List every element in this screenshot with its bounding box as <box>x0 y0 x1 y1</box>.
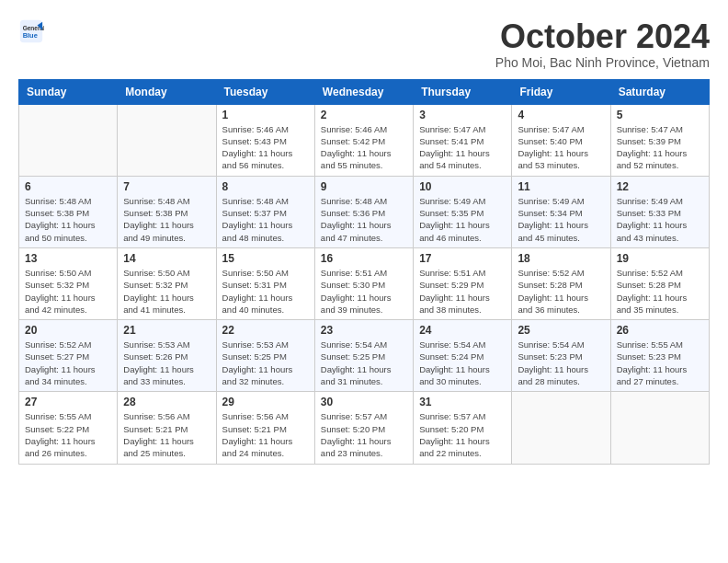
logo-icon: General Blue <box>18 18 44 44</box>
calendar-cell: 19Sunrise: 5:52 AM Sunset: 5:28 PM Dayli… <box>610 247 709 319</box>
calendar-cell: 25Sunrise: 5:54 AM Sunset: 5:23 PM Dayli… <box>512 320 610 392</box>
day-number: 9 <box>321 180 407 193</box>
day-number: 31 <box>419 396 506 408</box>
calendar-cell: 31Sunrise: 5:57 AM Sunset: 5:20 PM Dayli… <box>414 392 512 464</box>
logo: General Blue <box>18 18 44 44</box>
calendar-cell <box>610 392 709 464</box>
calendar-week-5: 27Sunrise: 5:55 AM Sunset: 5:22 PM Dayli… <box>19 392 710 464</box>
calendar-cell: 2Sunrise: 5:46 AM Sunset: 5:42 PM Daylig… <box>314 104 413 176</box>
calendar-cell: 14Sunrise: 5:50 AM Sunset: 5:32 PM Dayli… <box>118 247 216 319</box>
calendar-cell: 8Sunrise: 5:48 AM Sunset: 5:37 PM Daylig… <box>216 176 314 247</box>
calendar-cell <box>512 392 610 464</box>
calendar-cell: 21Sunrise: 5:53 AM Sunset: 5:26 PM Dayli… <box>118 320 216 392</box>
calendar-cell: 4Sunrise: 5:47 AM Sunset: 5:40 PM Daylig… <box>512 104 610 176</box>
calendar-cell: 27Sunrise: 5:55 AM Sunset: 5:22 PM Dayli… <box>19 392 118 464</box>
day-info: Sunrise: 5:46 AM Sunset: 5:43 PM Dayligh… <box>222 123 309 172</box>
day-number: 15 <box>222 252 309 265</box>
day-info: Sunrise: 5:54 AM Sunset: 5:24 PM Dayligh… <box>419 339 506 387</box>
svg-text:Blue: Blue <box>23 31 38 40</box>
calendar-cell <box>118 104 216 176</box>
calendar-cell: 16Sunrise: 5:51 AM Sunset: 5:30 PM Dayli… <box>314 247 413 319</box>
weekday-header-friday: Friday <box>512 79 610 104</box>
day-info: Sunrise: 5:56 AM Sunset: 5:21 PM Dayligh… <box>222 410 309 459</box>
weekday-header-tuesday: Tuesday <box>216 79 314 104</box>
calendar-cell: 9Sunrise: 5:48 AM Sunset: 5:36 PM Daylig… <box>314 176 413 247</box>
title-section: October 2024 Pho Moi, Bac Ninh Province,… <box>495 18 710 70</box>
weekday-header-monday: Monday <box>118 79 216 104</box>
day-info: Sunrise: 5:51 AM Sunset: 5:30 PM Dayligh… <box>321 267 407 316</box>
day-info: Sunrise: 5:57 AM Sunset: 5:20 PM Dayligh… <box>419 410 506 459</box>
day-number: 23 <box>321 324 407 337</box>
day-number: 30 <box>321 396 407 408</box>
day-info: Sunrise: 5:50 AM Sunset: 5:32 PM Dayligh… <box>123 267 210 316</box>
calendar-cell: 26Sunrise: 5:55 AM Sunset: 5:23 PM Dayli… <box>610 320 709 392</box>
day-info: Sunrise: 5:49 AM Sunset: 5:35 PM Dayligh… <box>419 195 506 244</box>
day-number: 27 <box>25 396 111 408</box>
day-number: 1 <box>222 109 309 121</box>
calendar-cell: 18Sunrise: 5:52 AM Sunset: 5:28 PM Dayli… <box>512 247 610 319</box>
day-info: Sunrise: 5:49 AM Sunset: 5:34 PM Dayligh… <box>518 195 604 244</box>
calendar-cell: 3Sunrise: 5:47 AM Sunset: 5:41 PM Daylig… <box>414 104 512 176</box>
calendar-week-1: 1Sunrise: 5:46 AM Sunset: 5:43 PM Daylig… <box>19 104 710 176</box>
day-info: Sunrise: 5:52 AM Sunset: 5:27 PM Dayligh… <box>25 339 111 387</box>
day-info: Sunrise: 5:56 AM Sunset: 5:21 PM Dayligh… <box>123 410 210 459</box>
day-info: Sunrise: 5:50 AM Sunset: 5:32 PM Dayligh… <box>25 267 111 316</box>
calendar-cell: 20Sunrise: 5:52 AM Sunset: 5:27 PM Dayli… <box>19 320 118 392</box>
weekday-header-sunday: Sunday <box>19 79 118 104</box>
calendar-table: SundayMondayTuesdayWednesdayThursdayFrid… <box>18 79 710 465</box>
day-info: Sunrise: 5:53 AM Sunset: 5:26 PM Dayligh… <box>123 339 210 387</box>
day-info: Sunrise: 5:54 AM Sunset: 5:25 PM Dayligh… <box>321 339 407 387</box>
day-info: Sunrise: 5:48 AM Sunset: 5:37 PM Dayligh… <box>222 195 309 244</box>
day-number: 28 <box>123 396 210 408</box>
day-number: 7 <box>123 180 210 193</box>
day-number: 2 <box>321 109 407 121</box>
calendar-cell: 10Sunrise: 5:49 AM Sunset: 5:35 PM Dayli… <box>414 176 512 247</box>
calendar-cell: 12Sunrise: 5:49 AM Sunset: 5:33 PM Dayli… <box>610 176 709 247</box>
day-number: 8 <box>222 180 309 193</box>
calendar-week-3: 13Sunrise: 5:50 AM Sunset: 5:32 PM Dayli… <box>19 247 710 319</box>
weekday-header-wednesday: Wednesday <box>314 79 413 104</box>
calendar-cell: 7Sunrise: 5:48 AM Sunset: 5:38 PM Daylig… <box>118 176 216 247</box>
calendar-cell: 1Sunrise: 5:46 AM Sunset: 5:43 PM Daylig… <box>216 104 314 176</box>
day-number: 29 <box>222 396 309 408</box>
calendar-cell: 24Sunrise: 5:54 AM Sunset: 5:24 PM Dayli… <box>414 320 512 392</box>
day-number: 10 <box>419 180 506 193</box>
day-number: 12 <box>617 180 703 193</box>
month-title: October 2024 <box>495 18 710 55</box>
day-number: 6 <box>25 180 111 193</box>
calendar-cell: 28Sunrise: 5:56 AM Sunset: 5:21 PM Dayli… <box>118 392 216 464</box>
day-number: 5 <box>617 109 703 121</box>
day-number: 19 <box>617 252 703 265</box>
day-info: Sunrise: 5:57 AM Sunset: 5:20 PM Dayligh… <box>321 410 407 459</box>
day-number: 14 <box>123 252 210 265</box>
calendar-cell: 13Sunrise: 5:50 AM Sunset: 5:32 PM Dayli… <box>19 247 118 319</box>
day-number: 26 <box>617 324 703 337</box>
day-info: Sunrise: 5:47 AM Sunset: 5:39 PM Dayligh… <box>617 123 703 172</box>
day-number: 3 <box>419 109 506 121</box>
day-number: 21 <box>123 324 210 337</box>
day-number: 16 <box>321 252 407 265</box>
day-info: Sunrise: 5:48 AM Sunset: 5:38 PM Dayligh… <box>25 195 111 244</box>
calendar-cell: 30Sunrise: 5:57 AM Sunset: 5:20 PM Dayli… <box>314 392 413 464</box>
calendar-cell: 5Sunrise: 5:47 AM Sunset: 5:39 PM Daylig… <box>610 104 709 176</box>
day-info: Sunrise: 5:47 AM Sunset: 5:41 PM Dayligh… <box>419 123 506 172</box>
day-number: 17 <box>419 252 506 265</box>
calendar-week-4: 20Sunrise: 5:52 AM Sunset: 5:27 PM Dayli… <box>19 320 710 392</box>
day-number: 20 <box>25 324 111 337</box>
calendar-cell: 23Sunrise: 5:54 AM Sunset: 5:25 PM Dayli… <box>314 320 413 392</box>
day-info: Sunrise: 5:50 AM Sunset: 5:31 PM Dayligh… <box>222 267 309 316</box>
calendar-week-2: 6Sunrise: 5:48 AM Sunset: 5:38 PM Daylig… <box>19 176 710 247</box>
day-info: Sunrise: 5:53 AM Sunset: 5:25 PM Dayligh… <box>222 339 309 387</box>
day-number: 11 <box>518 180 604 193</box>
day-info: Sunrise: 5:54 AM Sunset: 5:23 PM Dayligh… <box>518 339 604 387</box>
day-info: Sunrise: 5:47 AM Sunset: 5:40 PM Dayligh… <box>518 123 604 172</box>
day-info: Sunrise: 5:52 AM Sunset: 5:28 PM Dayligh… <box>617 267 703 316</box>
day-number: 18 <box>518 252 604 265</box>
calendar-cell: 11Sunrise: 5:49 AM Sunset: 5:34 PM Dayli… <box>512 176 610 247</box>
weekday-header-thursday: Thursday <box>414 79 512 104</box>
calendar-cell: 15Sunrise: 5:50 AM Sunset: 5:31 PM Dayli… <box>216 247 314 319</box>
day-number: 4 <box>518 109 604 121</box>
location: Pho Moi, Bac Ninh Province, Vietnam <box>495 55 710 70</box>
day-info: Sunrise: 5:55 AM Sunset: 5:22 PM Dayligh… <box>25 410 111 459</box>
weekday-header-row: SundayMondayTuesdayWednesdayThursdayFrid… <box>19 79 710 104</box>
